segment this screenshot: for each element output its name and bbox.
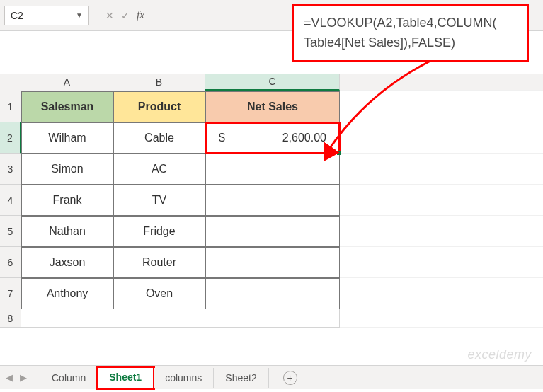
table-row: 4 Frank TV (0, 185, 543, 216)
table-row: 8 (0, 309, 543, 328)
add-sheet-button[interactable]: + (283, 371, 297, 385)
cell-c5[interactable] (205, 216, 340, 247)
cell-b3[interactable]: AC (113, 154, 205, 185)
cell-b6[interactable]: Router (113, 247, 205, 278)
tab-next-icon[interactable]: ▶ (20, 372, 27, 383)
cell-a3[interactable]: Simon (21, 154, 113, 185)
cell-c4[interactable] (205, 185, 340, 216)
row-header-3[interactable]: 3 (0, 154, 21, 185)
formula-line-2: Table4[Net Sales]),FALSE) (304, 33, 517, 53)
table-row: 3 Simon AC (0, 154, 543, 185)
cell-value: 2,600.00 (282, 132, 326, 144)
cell-a8[interactable] (21, 309, 113, 328)
cell-a2[interactable]: Wilham (21, 122, 113, 154)
row-header-4[interactable]: 4 (0, 185, 21, 216)
select-all-corner[interactable] (0, 74, 21, 91)
col-header-a[interactable]: A (21, 74, 113, 91)
chevron-down-icon[interactable]: ▼ (76, 11, 83, 19)
row-header-1[interactable]: 1 (0, 91, 21, 122)
cell-a4[interactable]: Frank (21, 185, 113, 216)
cell-a5[interactable]: Nathan (21, 216, 113, 247)
cell-a7[interactable]: Anthony (21, 278, 113, 309)
fx-icon[interactable]: fx (137, 9, 144, 21)
formula-icons: ✕ ✓ fx (93, 8, 149, 23)
tab-columns[interactable]: columns (154, 368, 214, 388)
table-row: 2 Wilham Cable $ 2,600.00 (0, 122, 543, 154)
column-header-row: A B C (0, 74, 543, 91)
confirm-icon[interactable]: ✓ (121, 10, 130, 21)
cell-b2[interactable]: Cable (113, 122, 205, 154)
tab-nav-arrows[interactable]: ◀ ▶ (6, 372, 40, 383)
tab-sheet2[interactable]: Sheet2 (214, 368, 268, 388)
table-header-row: 1 Salesman Product Net Sales (0, 91, 543, 122)
tab-column[interactable]: Column (40, 368, 98, 388)
cell-c6[interactable] (205, 247, 340, 278)
name-box-value: C2 (11, 10, 23, 21)
table-row: 7 Anthony Oven (0, 278, 543, 309)
name-box[interactable]: C2 ▼ (4, 6, 89, 25)
col-header-b[interactable]: B (113, 74, 205, 91)
cell-c8[interactable] (205, 309, 340, 328)
th-product[interactable]: Product (113, 91, 205, 122)
row-header-2[interactable]: 2 (0, 122, 21, 154)
table-row: 6 Jaxson Router (0, 247, 543, 278)
sheet-tab-bar: ◀ ▶ Column Sheet1 columns Sheet2 + (0, 365, 543, 389)
col-header-c[interactable]: C (205, 74, 340, 91)
table-row: 5 Nathan Fridge (0, 216, 543, 247)
worksheet[interactable]: A B C 1 Salesman Product Net Sales 2 Wil… (0, 31, 543, 328)
cell-b5[interactable]: Fridge (113, 216, 205, 247)
row-header-8[interactable]: 8 (0, 309, 21, 328)
currency-symbol: $ (219, 132, 225, 144)
watermark: exceldemy (467, 347, 532, 362)
th-netsales[interactable]: Net Sales (205, 91, 340, 122)
cell-b4[interactable]: TV (113, 185, 205, 216)
tab-sheet1[interactable]: Sheet1 (98, 367, 154, 388)
th-salesman[interactable]: Salesman (21, 91, 113, 122)
row-header-7[interactable]: 7 (0, 278, 21, 309)
cell-c2[interactable]: $ 2,600.00 (205, 122, 340, 154)
formula-line-1: =VLOOKUP(A2,Table4,COLUMN( (304, 13, 517, 33)
row-header-6[interactable]: 6 (0, 247, 21, 278)
cell-c7[interactable] (205, 278, 340, 309)
row-header-5[interactable]: 5 (0, 216, 21, 247)
cell-c3[interactable] (205, 154, 340, 185)
cell-b8[interactable] (113, 309, 205, 328)
cancel-icon[interactable]: ✕ (105, 10, 114, 21)
cell-b7[interactable]: Oven (113, 278, 205, 309)
formula-callout: =VLOOKUP(A2,Table4,COLUMN( Table4[Net Sa… (292, 4, 529, 62)
tab-prev-icon[interactable]: ◀ (6, 372, 13, 383)
cell-a6[interactable]: Jaxson (21, 247, 113, 278)
